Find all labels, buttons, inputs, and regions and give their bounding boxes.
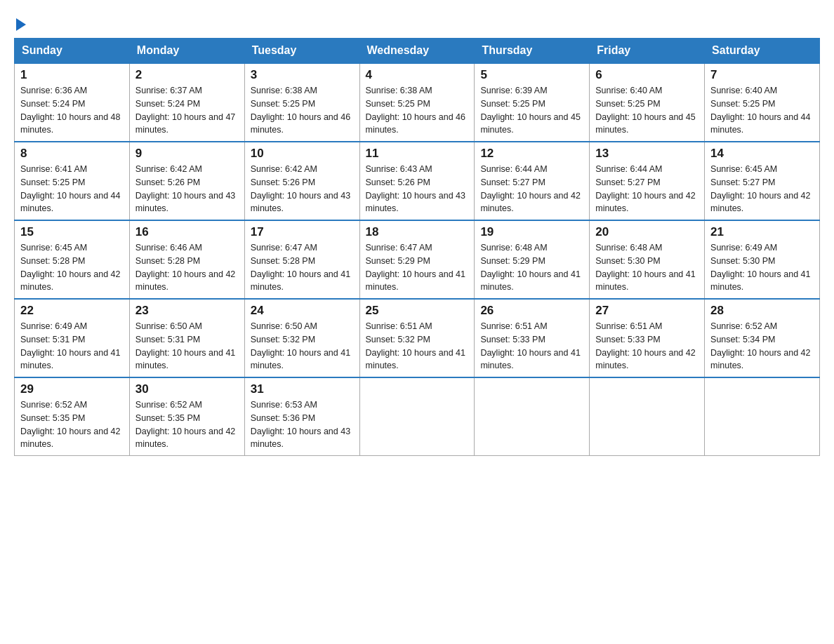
sunset: Sunset: 5:25 PM — [20, 177, 85, 187]
calendar-cell: 13 Sunrise: 6:44 AM Sunset: 5:27 PM Dayl… — [590, 142, 705, 220]
day-number: 2 — [135, 68, 239, 82]
col-thursday: Thursday — [475, 39, 590, 64]
day-info: Sunrise: 6:38 AM Sunset: 5:25 PM Dayligh… — [251, 84, 354, 137]
sunset: Sunset: 5:32 PM — [251, 335, 315, 344]
header-row: Sunday Monday Tuesday Wednesday Thursday… — [15, 39, 820, 64]
calendar-cell: 28 Sunrise: 6:52 AM Sunset: 5:34 PM Dayl… — [705, 299, 820, 377]
sunrise: Sunrise: 6:50 AM — [135, 321, 202, 331]
daylight: Daylight: 10 hours and 42 minutes. — [20, 427, 120, 450]
calendar-cell: 30 Sunrise: 6:52 AM Sunset: 5:35 PM Dayl… — [129, 377, 244, 456]
day-number: 10 — [251, 147, 354, 161]
day-info: Sunrise: 6:39 AM Sunset: 5:25 PM Dayligh… — [480, 84, 583, 137]
calendar-cell: 19 Sunrise: 6:48 AM Sunset: 5:29 PM Dayl… — [475, 220, 590, 299]
sunset: Sunset: 5:34 PM — [710, 335, 775, 344]
week-row-1: 1 Sunrise: 6:36 AM Sunset: 5:24 PM Dayli… — [15, 63, 820, 142]
sunrise: Sunrise: 6:49 AM — [710, 243, 777, 253]
sunrise: Sunrise: 6:49 AM — [20, 321, 87, 331]
day-info: Sunrise: 6:44 AM Sunset: 5:27 PM Dayligh… — [480, 163, 583, 215]
daylight: Daylight: 10 hours and 41 minutes. — [710, 269, 810, 293]
day-number: 29 — [20, 382, 124, 396]
sunset: Sunset: 5:24 PM — [20, 99, 85, 109]
calendar-table: Sunday Monday Tuesday Wednesday Thursday… — [14, 38, 820, 456]
sunset: Sunset: 5:28 PM — [20, 256, 85, 266]
day-number: 27 — [595, 304, 699, 318]
day-info: Sunrise: 6:37 AM Sunset: 5:24 PM Dayligh… — [135, 84, 239, 137]
sunrise: Sunrise: 6:46 AM — [135, 243, 202, 253]
daylight: Daylight: 10 hours and 44 minutes. — [20, 191, 120, 214]
sunrise: Sunrise: 6:42 AM — [135, 164, 202, 174]
col-sunday: Sunday — [15, 39, 130, 64]
col-tuesday: Tuesday — [244, 39, 359, 64]
day-number: 26 — [480, 304, 583, 318]
day-number: 4 — [366, 68, 469, 82]
day-info: Sunrise: 6:52 AM Sunset: 5:35 PM Dayligh… — [135, 398, 239, 451]
day-number: 24 — [251, 304, 354, 318]
sunset: Sunset: 5:26 PM — [366, 177, 430, 187]
sunrise: Sunrise: 6:37 AM — [135, 86, 202, 95]
sunset: Sunset: 5:31 PM — [20, 335, 85, 344]
sunrise: Sunrise: 6:52 AM — [135, 400, 202, 410]
day-info: Sunrise: 6:48 AM Sunset: 5:30 PM Dayligh… — [595, 241, 699, 294]
day-number: 20 — [595, 225, 699, 239]
sunrise: Sunrise: 6:40 AM — [595, 86, 662, 95]
calendar-cell: 21 Sunrise: 6:49 AM Sunset: 5:30 PM Dayl… — [705, 220, 820, 299]
daylight: Daylight: 10 hours and 43 minutes. — [251, 427, 350, 450]
calendar-cell: 14 Sunrise: 6:45 AM Sunset: 5:27 PM Dayl… — [705, 142, 820, 220]
logo — [14, 14, 26, 31]
sunset: Sunset: 5:33 PM — [480, 335, 545, 344]
daylight: Daylight: 10 hours and 42 minutes. — [480, 191, 580, 214]
sunset: Sunset: 5:31 PM — [135, 335, 200, 344]
day-number: 8 — [20, 147, 124, 161]
calendar-cell: 17 Sunrise: 6:47 AM Sunset: 5:28 PM Dayl… — [244, 220, 359, 299]
calendar-cell: 10 Sunrise: 6:42 AM Sunset: 5:26 PM Dayl… — [244, 142, 359, 220]
sunset: Sunset: 5:25 PM — [595, 99, 660, 109]
day-number: 18 — [366, 225, 469, 239]
calendar-cell: 20 Sunrise: 6:48 AM Sunset: 5:30 PM Dayl… — [590, 220, 705, 299]
day-info: Sunrise: 6:41 AM Sunset: 5:25 PM Dayligh… — [20, 163, 124, 215]
day-number: 16 — [135, 225, 239, 239]
day-number: 13 — [595, 147, 699, 161]
day-info: Sunrise: 6:52 AM Sunset: 5:34 PM Dayligh… — [710, 320, 814, 373]
sunset: Sunset: 5:25 PM — [710, 99, 775, 109]
day-number: 21 — [710, 225, 814, 239]
sunrise: Sunrise: 6:43 AM — [366, 164, 432, 174]
daylight: Daylight: 10 hours and 42 minutes. — [595, 191, 695, 214]
day-info: Sunrise: 6:50 AM Sunset: 5:31 PM Dayligh… — [135, 320, 239, 373]
page-header — [14, 14, 820, 31]
daylight: Daylight: 10 hours and 41 minutes. — [251, 348, 350, 371]
day-info: Sunrise: 6:45 AM Sunset: 5:27 PM Dayligh… — [710, 163, 814, 215]
sunset: Sunset: 5:32 PM — [366, 335, 430, 344]
day-info: Sunrise: 6:40 AM Sunset: 5:25 PM Dayligh… — [710, 84, 814, 137]
day-number: 9 — [135, 147, 239, 161]
col-saturday: Saturday — [705, 39, 820, 64]
day-info: Sunrise: 6:51 AM Sunset: 5:33 PM Dayligh… — [480, 320, 583, 373]
calendar-cell: 8 Sunrise: 6:41 AM Sunset: 5:25 PM Dayli… — [15, 142, 130, 220]
sunrise: Sunrise: 6:36 AM — [20, 86, 87, 95]
day-number: 14 — [710, 147, 814, 161]
sunset: Sunset: 5:25 PM — [480, 99, 545, 109]
daylight: Daylight: 10 hours and 47 minutes. — [135, 112, 235, 135]
daylight: Daylight: 10 hours and 41 minutes. — [366, 348, 465, 371]
sunset: Sunset: 5:35 PM — [135, 413, 200, 423]
calendar-cell: 31 Sunrise: 6:53 AM Sunset: 5:36 PM Dayl… — [244, 377, 359, 456]
sunset: Sunset: 5:36 PM — [251, 413, 315, 423]
daylight: Daylight: 10 hours and 45 minutes. — [480, 112, 580, 135]
sunset: Sunset: 5:30 PM — [595, 256, 660, 266]
week-row-2: 8 Sunrise: 6:41 AM Sunset: 5:25 PM Dayli… — [15, 142, 820, 220]
daylight: Daylight: 10 hours and 41 minutes. — [480, 348, 580, 371]
calendar-cell: 23 Sunrise: 6:50 AM Sunset: 5:31 PM Dayl… — [129, 299, 244, 377]
day-number: 3 — [251, 68, 354, 82]
sunset: Sunset: 5:35 PM — [20, 413, 85, 423]
day-number: 28 — [710, 304, 814, 318]
sunrise: Sunrise: 6:52 AM — [20, 400, 87, 410]
col-wednesday: Wednesday — [359, 39, 475, 64]
daylight: Daylight: 10 hours and 41 minutes. — [20, 348, 120, 371]
day-number: 7 — [710, 68, 814, 82]
day-info: Sunrise: 6:44 AM Sunset: 5:27 PM Dayligh… — [595, 163, 699, 215]
calendar-cell: 15 Sunrise: 6:45 AM Sunset: 5:28 PM Dayl… — [15, 220, 130, 299]
sunrise: Sunrise: 6:51 AM — [595, 321, 662, 331]
calendar-cell — [590, 377, 705, 456]
calendar-cell: 11 Sunrise: 6:43 AM Sunset: 5:26 PM Dayl… — [359, 142, 475, 220]
sunset: Sunset: 5:26 PM — [251, 177, 315, 187]
sunrise: Sunrise: 6:47 AM — [366, 243, 432, 253]
